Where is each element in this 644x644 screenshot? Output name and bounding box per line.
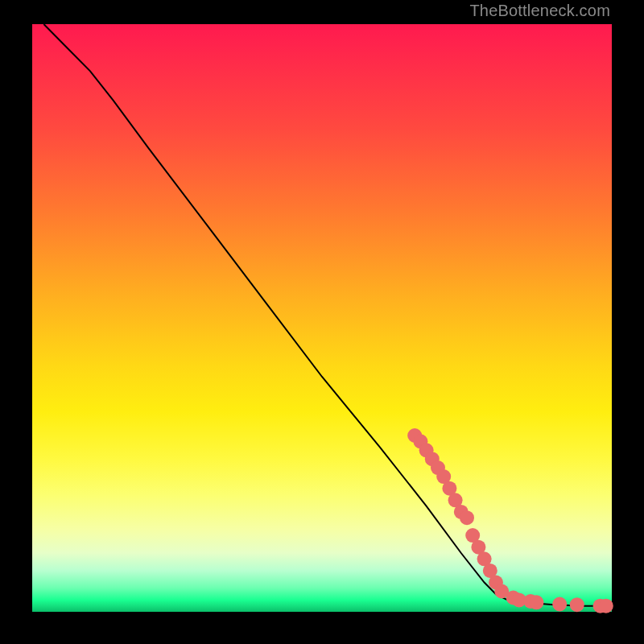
data-markers bbox=[407, 428, 613, 613]
data-marker bbox=[552, 597, 567, 612]
chart-svg bbox=[32, 24, 612, 612]
data-marker bbox=[460, 510, 474, 525]
watermark-text: TheBottleneck.com bbox=[469, 2, 610, 20]
data-marker bbox=[570, 597, 584, 612]
data-marker bbox=[529, 595, 543, 609]
data-marker bbox=[599, 599, 613, 613]
bottleneck-curve bbox=[43, 24, 612, 606]
chart-frame: TheBottleneck.com bbox=[0, 0, 644, 644]
plot-area bbox=[32, 24, 612, 612]
